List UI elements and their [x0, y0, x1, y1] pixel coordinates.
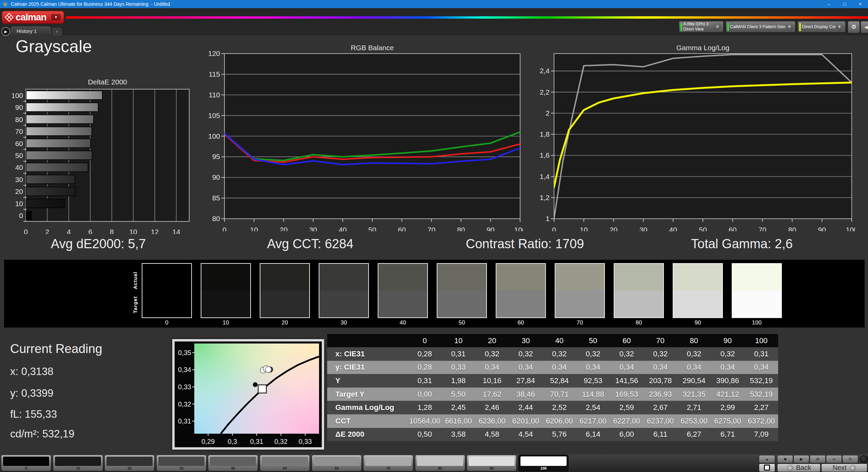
deltae-bar-30 — [26, 175, 75, 184]
table-cell: 4,54 — [509, 428, 542, 441]
svg-text:80: 80 — [212, 215, 220, 222]
svg-text:40: 40 — [669, 226, 677, 231]
pattern-patch-20[interactable]: 20 — [104, 455, 155, 471]
swatch-label: 70 — [555, 319, 605, 326]
deltae-bar-20 — [26, 187, 75, 196]
swatch-label: 90 — [673, 319, 723, 326]
patch-label: 0 — [1, 466, 51, 471]
swatch-label: 0 — [142, 319, 192, 326]
deltae-bar-0 — [26, 211, 32, 220]
pattern-window-button[interactable] — [759, 464, 775, 472]
deltae-svg: DeltaE 200002468101214100908070605040302… — [12, 76, 193, 234]
pattern-patch-50[interactable]: 50 — [260, 455, 310, 471]
collapse-panel-button[interactable]: ◀ — [861, 21, 868, 33]
svg-text:50: 50 — [15, 152, 23, 159]
svg-text:Gamma Log/Log: Gamma Log/Log — [676, 44, 729, 52]
pattern-panel-up-button[interactable]: ▲ — [759, 455, 775, 463]
table-col-header: 100 — [745, 334, 778, 347]
swatch-target — [496, 291, 545, 317]
swatch-100 — [732, 263, 782, 318]
table-cell: 3,58 — [441, 428, 475, 441]
table-cell: 0,32 — [711, 347, 744, 361]
swatch-70 — [555, 263, 605, 318]
swatch-0 — [142, 263, 192, 318]
add-tab-button[interactable]: + — [52, 28, 62, 35]
maximize-button[interactable]: □ — [837, 0, 852, 8]
back-button[interactable]: « Back — [777, 464, 821, 472]
stop-button[interactable]: ■ — [777, 455, 793, 463]
workflow-nav-button[interactable]: ▶ — [1, 27, 10, 36]
swatch-target — [437, 291, 486, 317]
table-cell: 1,28 — [408, 401, 441, 414]
pattern-patch-90[interactable]: 90 — [467, 455, 517, 471]
table-cell: 10564,00 — [408, 414, 441, 428]
pattern-patch-30[interactable]: 30 — [156, 455, 206, 471]
next-label: Next — [832, 464, 846, 472]
swatch-label: 60 — [496, 319, 546, 326]
pattern-patch-60[interactable]: 60 — [312, 455, 362, 471]
table-cell: 70,71 — [542, 388, 576, 401]
swatch-actual — [437, 264, 486, 291]
patch-chip — [365, 456, 411, 466]
swatch-actual — [555, 264, 604, 291]
table-cell: 0,34 — [745, 361, 778, 374]
meter-name: X-Rite i1Pro 3 — [683, 22, 714, 27]
display-control-dropdown[interactable]: Direct Display Control ▼ — [797, 21, 846, 33]
window-title: Calman 2025 Calman Ultimate for Business… — [11, 0, 170, 8]
tab-history-1[interactable]: History 1 — [11, 26, 51, 35]
svg-text:4: 4 — [67, 228, 71, 234]
table-cell: 6206,00 — [542, 414, 576, 428]
meter-source-dropdown[interactable]: X-Rite i1Pro 3 Direct View ▼ — [679, 21, 724, 33]
play-button[interactable]: ▶ — [793, 455, 809, 463]
pattern-patch-100[interactable]: 100 — [518, 455, 569, 471]
swatch-target — [319, 291, 368, 317]
refresh-button[interactable]: ↻ — [842, 455, 858, 463]
continuous-measure-button[interactable]: ∞ — [826, 455, 842, 463]
measured-black-point-marker — [253, 382, 258, 387]
chevron-down-icon: ▼ — [836, 23, 843, 31]
stat-avg-cct: Avg CCT: 6284 — [202, 237, 419, 251]
pattern-patch-40[interactable]: 40 — [208, 455, 258, 471]
table-cell: 6237,00 — [644, 414, 677, 428]
patch-label: 90 — [467, 466, 516, 471]
target-row-label: Target — [132, 292, 139, 318]
pattern-bar: 0102030405060708090100 ▲ ■▶⇄∞↻ « Back Ne… — [0, 454, 868, 472]
step-pattern-button[interactable]: ⇄ — [810, 455, 826, 463]
stat-total-gamma: Total Gamma: 2,6 — [633, 237, 850, 251]
table-cell: 0,32 — [610, 347, 644, 361]
svg-text:1,6: 1,6 — [540, 151, 550, 159]
close-button[interactable]: × — [852, 0, 868, 8]
minimize-button[interactable]: – — [821, 0, 837, 8]
svg-text:0,31: 0,31 — [250, 438, 263, 445]
pattern-patch-80[interactable]: 80 — [415, 455, 465, 471]
pattern-patch-10[interactable]: 10 — [53, 455, 103, 471]
svg-text:6: 6 — [88, 228, 92, 234]
pattern-source-dropdown[interactable]: CalMAN Client 3 Pattern Generator ▼ — [726, 21, 795, 33]
patch-chip — [314, 456, 360, 466]
svg-text:30: 30 — [309, 226, 317, 231]
patch-chip — [262, 456, 308, 466]
swatch-target — [555, 291, 604, 317]
table-cell: 2,99 — [711, 401, 744, 414]
table-cell: 0,34 — [610, 361, 644, 374]
svg-text:85: 85 — [212, 194, 220, 202]
patch-chip — [520, 456, 567, 466]
settings-gear-button[interactable]: ⚙ — [848, 21, 860, 33]
calman-menu-button[interactable]: calman ▼ — [2, 11, 64, 24]
chevron-down-icon: ▼ — [714, 23, 721, 31]
svg-text:90: 90 — [487, 226, 494, 231]
pattern-patch-0[interactable]: 0 — [1, 455, 51, 471]
swatch-target — [378, 291, 427, 317]
table-cell: 0,32 — [644, 347, 677, 361]
tab-label: History 1 — [17, 28, 37, 34]
patch-label: 80 — [415, 466, 465, 471]
table-cell: 0,50 — [408, 428, 441, 441]
pattern-patch-70[interactable]: 70 — [363, 455, 413, 471]
table-cell: 4,58 — [475, 428, 509, 441]
table-row-label: Target Y — [327, 388, 408, 401]
next-button[interactable]: Next » — [821, 464, 867, 472]
table-cell: 7,09 — [745, 428, 778, 441]
table-cell: 5,76 — [542, 428, 576, 441]
patch-chip — [210, 456, 256, 466]
svg-text:10: 10 — [250, 226, 258, 231]
